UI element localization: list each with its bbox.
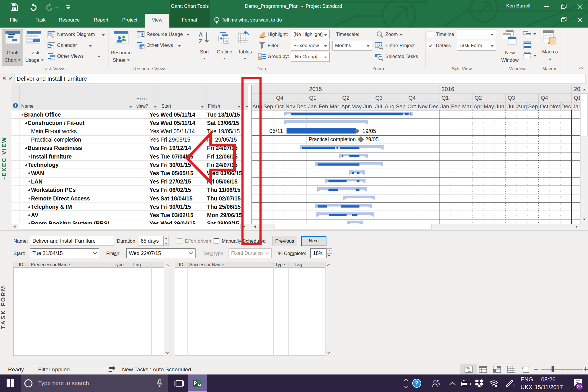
svg-text:Jul: Jul: [507, 103, 514, 109]
svg-text:Q2: Q2: [342, 95, 349, 101]
svg-text:Jul: Jul: [375, 103, 382, 109]
svg-text:Q3: Q3: [508, 95, 515, 101]
svg-text:Sep: Sep: [396, 103, 405, 109]
svg-text:i: i: [15, 103, 16, 108]
svg-text:Feb: Feb: [319, 103, 328, 109]
svg-text:Q4: Q4: [409, 95, 416, 101]
svg-text:2016: 2016: [442, 86, 454, 92]
svg-text:Aug: Aug: [385, 103, 394, 109]
svg-text:Nov: Nov: [418, 103, 428, 109]
svg-text:Jun: Jun: [363, 103, 372, 109]
svg-text:Jan: Jan: [440, 103, 449, 109]
svg-text:Dec: Dec: [561, 103, 571, 109]
svg-text:Oct: Oct: [407, 103, 416, 109]
svg-text:Apr: Apr: [341, 103, 350, 109]
svg-text:Q2: Q2: [475, 95, 482, 101]
svg-text:May: May: [351, 103, 362, 109]
svg-text:Feb: Feb: [451, 103, 461, 109]
svg-text:29/05: 29/05: [365, 136, 379, 142]
svg-text:19/05: 19/05: [362, 128, 376, 134]
svg-text:Oct: Oct: [540, 103, 548, 109]
svg-text:Z: Z: [199, 38, 202, 45]
svg-text:Q3: Q3: [375, 95, 382, 101]
svg-text:P: P: [194, 381, 197, 386]
svg-text:Mar: Mar: [330, 103, 339, 109]
svg-text:A: A: [199, 31, 203, 38]
svg-text:Aug: Aug: [517, 103, 527, 109]
svg-text:Nov: Nov: [550, 103, 560, 109]
svg-text:Sep: Sep: [528, 103, 538, 109]
svg-text:Dec: Dec: [429, 103, 439, 109]
svg-text:May: May: [484, 103, 494, 109]
svg-text:Q1: Q1: [442, 95, 449, 101]
svg-text:Apr: Apr: [473, 103, 482, 109]
svg-text:Jun: Jun: [496, 103, 504, 109]
svg-text:Q4: Q4: [541, 95, 548, 101]
svg-text:Mar: Mar: [462, 103, 471, 109]
